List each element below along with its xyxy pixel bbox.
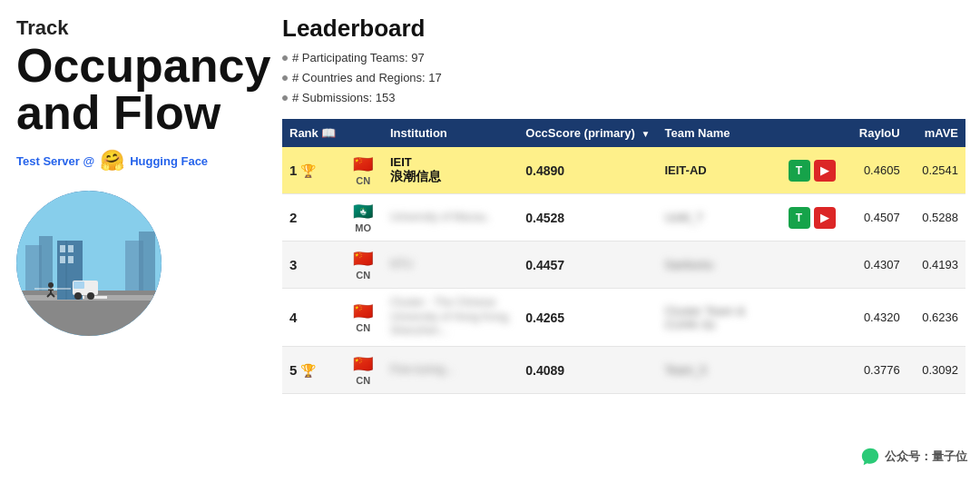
col-header-mave: mAVE	[907, 119, 965, 147]
hugging-face-text: Hugging Face	[130, 154, 208, 168]
rank-number: 3	[289, 257, 297, 272]
team-name-cell: Team_5	[657, 347, 780, 394]
badge-icon-2[interactable]: ▶	[814, 160, 836, 182]
raylou-cell: 0.4507	[843, 194, 907, 242]
svg-rect-12	[60, 256, 65, 263]
institution-cell: Fine-tuning...	[383, 347, 518, 394]
hugging-emoji: 🤗	[100, 149, 124, 172]
col-header-occscore: OccScore (primary) ▼	[518, 119, 657, 147]
flag-cell: 🇨🇳CN	[343, 289, 383, 347]
country-code: CN	[356, 375, 370, 386]
team-name-cell: Cluster Team & CUHK-Sz	[657, 289, 780, 347]
country-code: MO	[355, 222, 371, 233]
institution-blurred: NTU	[390, 258, 511, 272]
svg-rect-15	[74, 281, 84, 289]
table-row: 1🏆🇨🇳CNIEIT浪潮信息0.4890IEIT-ADT▶0.46050.254…	[282, 147, 965, 194]
flag-icon: 🇨🇳	[353, 354, 373, 374]
rank-number: 5	[289, 362, 297, 378]
rank-number: 4	[289, 310, 297, 325]
stats-list: # Participating Teams: 97# Countries and…	[282, 48, 965, 108]
table-row: 3🇨🇳CNNTU0.4457Sanliuniu0.43070.4193	[282, 242, 965, 289]
occscore-cell: 0.4089	[518, 347, 657, 394]
svg-point-17	[87, 292, 94, 300]
institution-blurred: Fine-tuning...	[390, 363, 511, 378]
team-name-blurred: Cluster Team & CUHK-Sz	[664, 304, 773, 331]
raylou-cell: 0.4605	[843, 147, 907, 194]
stat-dot	[282, 95, 288, 101]
rank-cell: 2	[282, 194, 343, 242]
icons-cell: T▶	[781, 194, 843, 242]
institution-name: IEIT	[390, 155, 511, 169]
svg-rect-13	[68, 256, 74, 263]
rank-number: 1	[289, 163, 297, 178]
server-line: Test Server @ 🤗 Hugging Face	[16, 149, 250, 172]
track-label: Track	[16, 16, 250, 40]
occscore-cell: 0.4890	[518, 147, 657, 194]
team-name-blurred: Team_5	[664, 363, 773, 377]
svg-rect-10	[60, 245, 65, 252]
trophy-icon: 🏆	[300, 363, 316, 378]
occscore-cell: 0.4457	[518, 242, 657, 289]
leaderboard-table: Rank 📖 Institution OccScore (primary) ▼ …	[282, 119, 965, 394]
stat-item: # Participating Teams: 97	[282, 48, 965, 68]
watermark: 公众号：量子位	[860, 447, 967, 467]
wechat-icon	[860, 447, 880, 467]
stat-item: # Submissions: 153	[282, 88, 965, 108]
svg-point-16	[74, 292, 82, 300]
badge-icon-1[interactable]: T	[789, 207, 810, 229]
mave-cell: 0.2541	[907, 147, 965, 194]
svg-point-18	[48, 282, 54, 288]
raylou-cell: 0.3776	[843, 347, 907, 394]
badge-icon-1[interactable]: T	[789, 160, 810, 182]
icons-cell	[781, 242, 843, 289]
col-header-raylou: RayIoU	[843, 119, 907, 147]
team-name-cell: UoM_T	[657, 194, 780, 242]
table-row: 4🇨🇳CNCluster - The Chinese University of…	[282, 289, 965, 347]
right-panel: Leaderboard # Participating Teams: 97# C…	[268, 0, 980, 483]
city-image	[16, 191, 162, 336]
mave-cell: 0.5288	[907, 194, 965, 242]
raylou-cell: 0.4320	[843, 289, 907, 347]
icons-cell: T▶	[781, 147, 843, 194]
flag-cell: 🇨🇳CN	[343, 347, 383, 394]
rank-cell: 4	[282, 289, 343, 347]
book-icon: 📖	[321, 126, 336, 140]
team-name-cell: Sanliuniu	[657, 242, 780, 289]
leaderboard-title: Leaderboard	[282, 15, 965, 43]
col-header-flag	[343, 119, 383, 147]
left-panel: Track Occupancy and Flow Test Server @ 🤗…	[0, 0, 268, 483]
col-header-icons	[781, 119, 843, 147]
stat-item: # Countries and Regions: 17	[282, 68, 965, 88]
mave-cell: 0.3092	[907, 347, 965, 394]
mave-cell: 0.6236	[907, 289, 965, 347]
country-code: CN	[356, 175, 370, 186]
institution-cn: 浪潮信息	[390, 169, 511, 185]
flag-cell: 🇨🇳CN	[343, 147, 383, 194]
institution-cell: IEIT浪潮信息	[383, 147, 518, 194]
flag-icon: 🇨🇳	[353, 249, 373, 269]
institution-cell: University of Macau,	[383, 194, 518, 242]
col-header-institution: Institution	[383, 119, 518, 147]
team-name-blurred: Sanliuniu	[664, 258, 773, 271]
sort-arrow-icon: ▼	[642, 129, 651, 139]
and-flow-title: and Flow	[16, 89, 250, 136]
table-row: 5🏆🇨🇳CNFine-tuning...0.4089Team_50.37760.…	[282, 347, 965, 394]
flag-cell: 🇨🇳CN	[343, 242, 383, 289]
occupancy-title: Occupancy	[16, 42, 250, 89]
table-row: 2🇲🇴MOUniversity of Macau,0.4528UoM_TT▶0.…	[282, 194, 965, 242]
rank-number: 2	[289, 210, 297, 225]
stat-dot	[282, 55, 288, 61]
rank-cell: 3	[282, 242, 343, 289]
raylou-cell: 0.4307	[843, 242, 907, 289]
occscore-cell: 0.4265	[518, 289, 657, 347]
country-code: CN	[356, 270, 370, 281]
mave-cell: 0.4193	[907, 242, 965, 289]
trophy-icon: 🏆	[300, 163, 316, 178]
team-name: IEIT-AD	[664, 163, 773, 177]
badge-icon-2[interactable]: ▶	[814, 207, 836, 229]
flag-icon: 🇲🇴	[353, 202, 373, 222]
occscore-cell: 0.4528	[518, 194, 657, 242]
svg-rect-11	[68, 245, 74, 252]
watermark-text: 公众号：量子位	[885, 448, 967, 465]
server-text: Test Server @	[16, 154, 94, 168]
